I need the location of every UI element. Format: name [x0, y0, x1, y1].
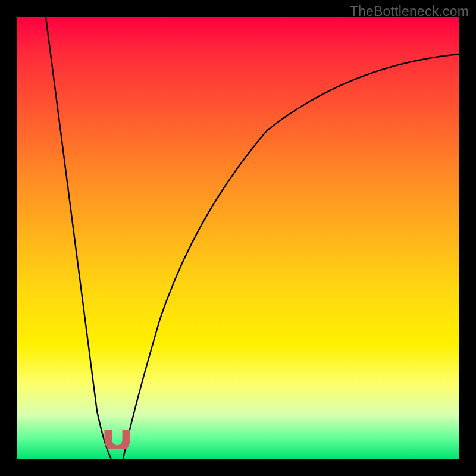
curve-right-branch [123, 54, 459, 459]
curve-left-branch [46, 17, 111, 459]
minimum-marker [104, 430, 130, 449]
curve-layer [17, 17, 459, 459]
plot-area [17, 17, 459, 459]
chart-frame: TheBottleneck.com [0, 0, 476, 476]
u-shape-icon [104, 430, 130, 449]
